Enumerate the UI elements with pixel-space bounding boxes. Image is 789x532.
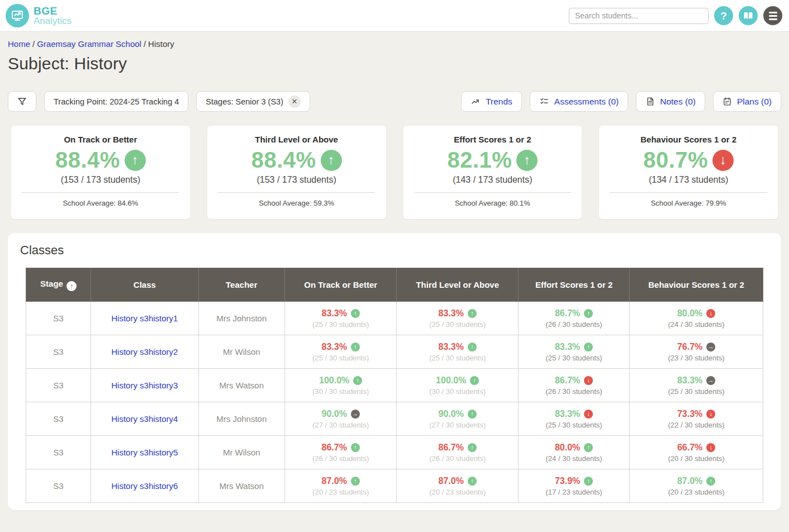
on-track-cell: 87.0% (20 / 23 students) [284, 469, 396, 503]
filter-button[interactable] [8, 91, 36, 112]
assessments-button-label: Assessments (0) [554, 97, 619, 107]
stage-cell: S3 [26, 469, 91, 503]
effort-cell: 73.9% (17 / 23 students) [519, 469, 630, 503]
table-row: S3 History s3history4 Mrs Johnston 90.0%… [26, 402, 763, 436]
card-school-average: School Average: 59.3% [259, 199, 334, 207]
card-school-average: School Average: 84.6% [63, 199, 138, 207]
trend-icon [584, 376, 593, 385]
metric-students: (25 / 30 students) [397, 354, 518, 362]
metric-value: 83.3% [321, 342, 346, 352]
metric-students: (26 / 30 students) [285, 454, 396, 463]
breadcrumb-home-link[interactable]: Home [8, 39, 30, 49]
metric-value: 90.0% [321, 409, 346, 419]
plans-button-label: Plans (0) [737, 97, 772, 107]
card-value: 80.7% [643, 148, 708, 173]
card-value: 82.1% [447, 148, 512, 173]
class-link[interactable]: History s3history3 [111, 381, 178, 390]
assessments-button[interactable]: Assessments (0) [530, 91, 628, 112]
metric-value: 90.0% [439, 409, 464, 419]
behaviour-cell: 87.0% (20 / 23 students) [630, 469, 763, 503]
metric-students: (30 / 30 students) [285, 387, 396, 396]
metric-value: 83.3% [555, 342, 580, 352]
metric-value: 87.0% [439, 476, 464, 486]
on-track-cell: 86.7% (26 / 30 students) [284, 436, 396, 469]
column-header-effort[interactable]: Effort Scores 1 or 2 [519, 268, 630, 302]
third-level-cell: 100.0% (30 / 30 students) [397, 369, 519, 402]
brand-name: BGE [34, 6, 72, 16]
trend-icon [706, 376, 715, 385]
metric-students: (27 / 30 students) [285, 421, 396, 429]
bge-logo-icon[interactable] [6, 4, 29, 27]
trend-icon [706, 343, 715, 352]
table-row: S3 History s3history3 Mrs Watson 100.0% … [26, 369, 763, 402]
effort-cell: 86.7% (26 / 30 students) [519, 369, 630, 402]
class-link[interactable]: History s3history1 [111, 314, 178, 323]
column-header-class[interactable]: Class [91, 268, 199, 302]
metric-students: (17 / 23 students) [519, 488, 629, 496]
trend-icon [351, 477, 360, 486]
card-behaviour: Behaviour Scores 1 or 2 80.7% (134 / 173… [599, 126, 778, 219]
breadcrumb-school-link[interactable]: Graemsay Grammar School [37, 39, 141, 49]
trend-icon [584, 443, 593, 452]
class-link[interactable]: History s3history2 [111, 347, 178, 357]
column-header-behaviour[interactable]: Behaviour Scores 1 or 2 [630, 268, 763, 302]
classes-section: Classes Stage↑ Class Teacher On Track or… [8, 233, 781, 510]
class-link[interactable]: History s3history6 [111, 481, 178, 491]
divider [610, 192, 767, 193]
stage-cell: S3 [26, 335, 91, 369]
teacher-cell: Mrs Johnston [198, 402, 284, 436]
class-cell: History s3history4 [91, 402, 199, 436]
trend-icon [468, 443, 477, 452]
notes-button[interactable]: Notes (0) [636, 91, 705, 112]
column-header-teacher[interactable]: Teacher [198, 268, 284, 302]
metric-students: (25 / 30 students) [519, 421, 629, 429]
guide-button[interactable] [739, 6, 758, 25]
metric-students: (26 / 30 students) [519, 387, 629, 396]
card-title: Third Level or Above [255, 135, 338, 144]
help-button[interactable]: ? [714, 6, 733, 25]
trends-button[interactable]: Trends [461, 91, 522, 112]
class-link[interactable]: History s3history5 [111, 448, 178, 457]
trend-down-icon [712, 150, 734, 171]
table-row: S3 History s3history2 Mr Wilson 83.3% (2… [26, 335, 763, 369]
plans-button[interactable]: Plans (0) [713, 91, 781, 112]
metric-students: (24 / 30 students) [519, 454, 629, 463]
card-value: 88.4% [55, 148, 120, 173]
stages-chip-close-icon[interactable]: ✕ [288, 96, 301, 108]
menu-button[interactable] [763, 6, 782, 25]
metric-value: 100.0% [319, 376, 349, 386]
filter-funnel-icon [17, 96, 27, 107]
column-header-on-track[interactable]: On Track or Better [284, 268, 396, 302]
card-school-average: School Average: 80.1% [455, 199, 530, 207]
card-students: (143 / 173 students) [453, 175, 532, 185]
behaviour-cell: 73.3% (22 / 30 students) [630, 402, 763, 436]
search-input[interactable] [569, 8, 709, 24]
tracking-point-chip[interactable]: Tracking Point: 2024-25 Tracking 4 [44, 91, 188, 112]
trend-up-icon [125, 150, 146, 171]
metric-students: (20 / 23 students) [285, 488, 396, 496]
class-link[interactable]: History s3history4 [111, 414, 178, 424]
stages-chip[interactable]: Stages: Senior 3 (S3) ✕ [196, 91, 310, 112]
page-title: Subject: History [8, 54, 781, 73]
column-header-third-level[interactable]: Third Level or Above [397, 268, 519, 302]
stage-cell: S3 [26, 369, 91, 402]
classes-heading: Classes [20, 243, 763, 258]
notes-button-label: Notes (0) [660, 97, 696, 107]
brand: BGE Analytics [6, 4, 72, 27]
breadcrumb-separator: / [141, 39, 148, 49]
column-header-stage[interactable]: Stage↑ [26, 268, 91, 302]
metric-value: 83.3% [555, 409, 580, 419]
behaviour-cell: 83.3% (25 / 30 students) [630, 369, 763, 402]
trend-icon [584, 343, 593, 352]
trend-icon [351, 309, 360, 318]
breadcrumb: Home/Graemsay Grammar School/History [8, 39, 781, 49]
metric-students: (25 / 30 students) [397, 320, 518, 329]
trend-icon [706, 443, 715, 452]
effort-cell: 83.3% (25 / 30 students) [519, 335, 630, 369]
on-track-cell: 83.3% (25 / 30 students) [284, 335, 396, 369]
metric-students: (25 / 30 students) [285, 354, 396, 362]
trend-icon [470, 376, 479, 385]
metric-value: 76.7% [677, 342, 702, 352]
third-level-cell: 86.7% (26 / 30 students) [397, 436, 519, 469]
metric-value: 87.0% [677, 476, 702, 486]
